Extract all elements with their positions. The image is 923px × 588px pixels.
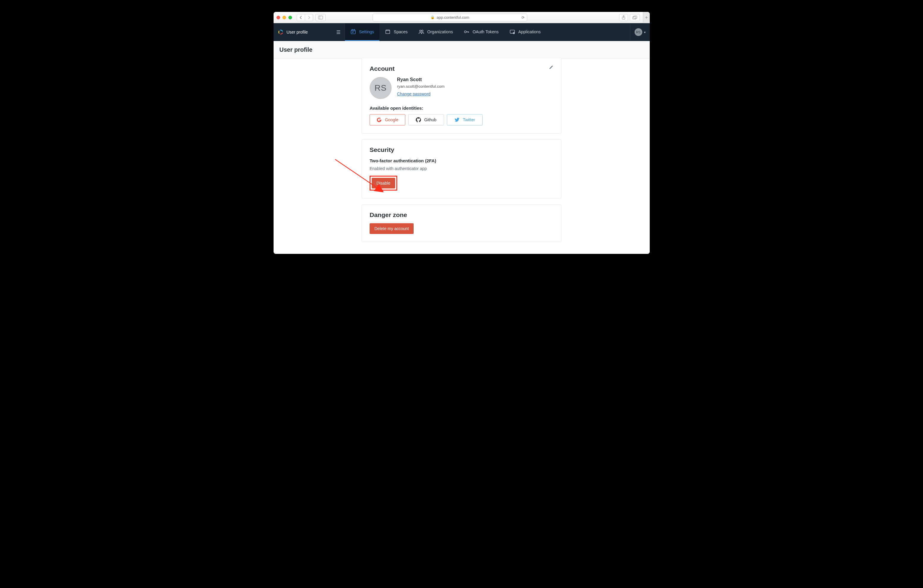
identity-github-button[interactable]: Github: [408, 114, 444, 125]
user-menu[interactable]: RS ▾: [630, 23, 650, 41]
nav-item-label: Spaces: [394, 30, 408, 34]
nav-back-forward: [297, 14, 313, 21]
app-nav: User profile ☰ Settings Spaces Organiz: [274, 23, 650, 41]
contentful-logo-icon: [278, 29, 284, 35]
security-heading: Security: [370, 146, 553, 153]
url-text: app.contentful.com: [437, 15, 469, 20]
titlebar: 🔒 app.contentful.com ⟳ +: [274, 12, 650, 23]
close-window-button[interactable]: [276, 16, 280, 19]
identities-heading: Available open identities:: [370, 105, 553, 110]
page-content: Account RS Ryan Scott ryan.scott@content…: [274, 59, 650, 254]
settings-icon: [350, 29, 356, 35]
nav-item-label: OAuth Tokens: [473, 30, 499, 34]
two-factor-status: Enabled with authenticator app: [370, 166, 553, 171]
lock-icon: 🔒: [430, 15, 435, 19]
account-card: Account RS Ryan Scott ryan.scott@content…: [361, 59, 562, 133]
back-button[interactable]: [297, 14, 305, 21]
danger-zone-card: Danger zone Delete my account: [361, 205, 562, 242]
twitter-icon: [454, 117, 460, 123]
identity-label: Twitter: [463, 117, 475, 122]
user-email: ryan.scott@contentful.com: [397, 84, 445, 89]
google-icon: [376, 117, 382, 123]
nav-item-organizations[interactable]: Organizations: [413, 23, 458, 41]
change-password-link[interactable]: Change password: [397, 92, 445, 96]
svg-rect-3: [633, 16, 636, 19]
svg-point-9: [351, 29, 353, 30]
nav-item-oauth-tokens[interactable]: OAuth Tokens: [458, 23, 504, 41]
page-title: User profile: [274, 41, 650, 59]
annotation-highlight-box: Disable: [370, 176, 397, 191]
spaces-icon: [385, 29, 391, 35]
two-factor-heading: Two-factor authentication (2FA): [370, 158, 553, 163]
nav-brand-title: User profile: [287, 30, 333, 34]
account-heading: Account: [370, 65, 394, 72]
svg-point-10: [353, 29, 355, 30]
nav-item-label: Applications: [518, 30, 541, 34]
user-avatar-small: RS: [635, 28, 642, 36]
identity-label: Github: [424, 117, 436, 122]
identity-google-button[interactable]: Google: [370, 114, 405, 125]
nav-item-spaces[interactable]: Spaces: [379, 23, 413, 41]
security-card: Security Two-factor authentication (2FA)…: [361, 140, 562, 199]
forward-button[interactable]: [305, 14, 313, 21]
svg-point-13: [420, 30, 421, 31]
applications-icon: [509, 29, 515, 35]
identity-label: Google: [385, 117, 398, 122]
svg-rect-4: [634, 16, 637, 18]
menu-icon[interactable]: ☰: [336, 30, 340, 35]
disable-2fa-button[interactable]: Disable: [372, 178, 395, 189]
maximize-window-button[interactable]: [288, 16, 292, 19]
edit-account-button[interactable]: [549, 65, 553, 71]
nav-items: Settings Spaces Organizations OAuth Toke…: [345, 23, 546, 41]
chevron-down-icon: ▾: [644, 31, 645, 34]
danger-zone-heading: Danger zone: [370, 211, 553, 218]
svg-rect-0: [318, 16, 323, 19]
window-controls: [276, 16, 292, 19]
delete-account-button[interactable]: Delete my account: [370, 223, 414, 234]
share-button[interactable]: [619, 14, 628, 21]
organizations-icon: [419, 29, 424, 35]
oauth-tokens-icon: [463, 29, 470, 35]
user-avatar-large: RS: [370, 77, 392, 99]
reload-icon[interactable]: ⟳: [522, 15, 524, 20]
minimize-window-button[interactable]: [282, 16, 286, 19]
sidebar-toggle-button[interactable]: [315, 14, 325, 21]
tabs-button[interactable]: [630, 14, 640, 21]
github-icon: [416, 117, 421, 123]
nav-item-settings[interactable]: Settings: [345, 23, 380, 41]
identity-twitter-button[interactable]: Twitter: [447, 114, 483, 125]
svg-point-14: [422, 30, 423, 31]
nav-item-label: Organizations: [427, 30, 453, 34]
nav-item-applications[interactable]: Applications: [504, 23, 546, 41]
address-bar[interactable]: 🔒 app.contentful.com ⟳: [373, 14, 527, 21]
browser-window: 🔒 app.contentful.com ⟳ + User profile ☰: [274, 12, 650, 254]
user-name: Ryan Scott: [397, 77, 445, 82]
new-tab-button[interactable]: +: [643, 12, 649, 23]
svg-point-15: [465, 31, 466, 33]
svg-rect-8: [351, 30, 355, 34]
nav-item-label: Settings: [359, 30, 374, 34]
nav-brand-area: User profile ☰: [274, 23, 345, 41]
